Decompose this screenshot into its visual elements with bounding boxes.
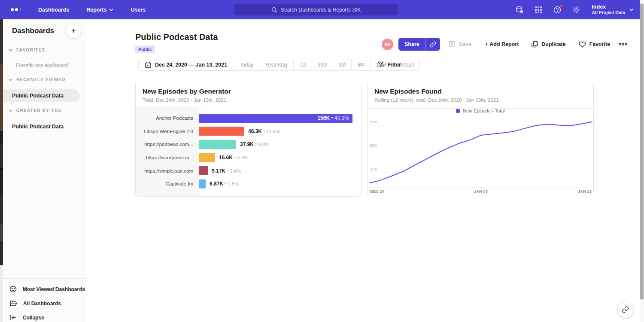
- bar-row: https://wordpress.or...16.6K•4.3%: [136, 151, 361, 164]
- line-series-new-episode-total[interactable]: [370, 122, 592, 183]
- filter-button[interactable]: Filter: [378, 59, 401, 71]
- add-dashboard-button[interactable]: +: [66, 24, 81, 38]
- line-chart[interactable]: 30K 20K 10K DEC 24 JAN 03 JAN 13: [368, 115, 594, 196]
- public-badge: Public: [135, 46, 155, 53]
- nav-item-reports[interactable]: Reports: [86, 7, 113, 13]
- report-subtitle: Rolling (12 hours), total, Dec 24th, 202…: [374, 97, 586, 103]
- date-range-picker[interactable]: Dec 24, 2020 — Jan 13, 2021: [139, 59, 234, 70]
- most-viewed-dashboards-button[interactable]: Most Viewed Dashboards: [3, 282, 86, 296]
- bar-value-label: 6.87K•1.8%: [210, 181, 239, 187]
- preset-6m[interactable]: 6M: [352, 59, 371, 70]
- bar-value-label: 37.9K•9.8%: [240, 141, 269, 147]
- share-link-button[interactable]: [425, 38, 440, 51]
- legend-label: New Episode - Total: [463, 108, 505, 113]
- sidebar: Dashboards + FAVORITES Favorite any dash…: [3, 19, 86, 322]
- help-icon[interactable]: [553, 6, 562, 14]
- bar-segment[interactable]: [199, 127, 244, 136]
- heart-icon: [579, 41, 586, 48]
- app-root: Dashboards Reports Users Search Dashboar…: [0, 0, 644, 322]
- brand-logo-icon[interactable]: [11, 8, 21, 11]
- link-icon: [430, 41, 436, 48]
- y-tick-10k: 10K: [370, 167, 378, 171]
- dashboard-actions: RH Share Save + Add Report Duplicate Fav…: [382, 38, 627, 51]
- duplicate-button[interactable]: Duplicate: [532, 41, 565, 48]
- favorites-empty-text: Favorite any dashboard: [16, 62, 68, 67]
- floating-link-button[interactable]: [617, 302, 633, 318]
- collapse-icon: [9, 315, 17, 321]
- chevron-down-icon: [9, 79, 12, 81]
- x-tick-dec24: DEC 24: [370, 189, 385, 194]
- bar-segment[interactable]: [199, 179, 206, 188]
- sidebar-footer: Most Viewed Dashboards All Dashboards Co…: [3, 278, 86, 322]
- save-button[interactable]: Save: [449, 41, 471, 48]
- sidebar-section-favorites[interactable]: FAVORITES: [9, 48, 46, 52]
- preset-today[interactable]: Today: [234, 59, 259, 70]
- calendar-icon: [145, 62, 151, 68]
- bar-segment[interactable]: 156K • 40.3%: [199, 114, 352, 123]
- link-icon: [622, 306, 629, 313]
- report-card-new-episodes-by-generator: New Episodes by Generator Total, Dec 24t…: [135, 81, 361, 197]
- notification-badge: [559, 4, 563, 8]
- smiley-icon: [9, 286, 17, 293]
- preset-7d[interactable]: 7D: [294, 59, 312, 70]
- nav-item-dashboards[interactable]: Dashboards: [38, 7, 69, 13]
- report-title[interactable]: New Episodes Found: [374, 88, 586, 95]
- avatar[interactable]: RH: [382, 39, 393, 50]
- page-scrollbar[interactable]: [640, 0, 644, 322]
- bar-segment[interactable]: [199, 153, 215, 162]
- preset-yesterday[interactable]: Yesterday: [259, 59, 294, 70]
- chevron-down-icon: [9, 109, 12, 112]
- bar-row: https://simplecast.com9.17K•2.4%: [136, 164, 361, 177]
- bar-segment[interactable]: [199, 166, 208, 175]
- sidebar-section-recently-viewed[interactable]: RECENTLY VIEWED: [9, 77, 66, 82]
- bar-category-label: https://podbean.com...: [136, 142, 199, 147]
- nav-item-users[interactable]: Users: [131, 7, 146, 13]
- nav-right-cluster: Index All Project Data: [515, 0, 634, 19]
- collapse-sidebar-button[interactable]: Collapse: [3, 310, 86, 322]
- all-dashboards-button[interactable]: All Dashboards: [3, 296, 86, 310]
- report-card-new-episodes-found: New Episodes Found Rolling (12 hours), t…: [367, 81, 594, 195]
- settings-gear-icon[interactable]: [572, 6, 580, 14]
- bar-category-label: Anchor Podcasts: [136, 115, 199, 121]
- chevron-down-icon: [9, 49, 12, 52]
- add-report-button[interactable]: + Add Report: [485, 41, 519, 47]
- sidebar-item-public-podcast-data-created[interactable]: Public Podcast Data: [3, 120, 64, 133]
- main-content: Public Podcast Data Public RH Share Save…: [86, 19, 640, 322]
- share-split-button: Share: [398, 38, 440, 51]
- share-button[interactable]: Share: [398, 38, 425, 51]
- report-title[interactable]: New Episodes by Generator: [143, 88, 354, 95]
- chevron-down-icon: [629, 8, 634, 11]
- page-title: Public Podcast Data: [135, 32, 218, 42]
- bar-value-label: 16.6K•4.3%: [219, 155, 248, 161]
- search-input[interactable]: Search Dashboards & Reports ⌘K: [234, 4, 398, 15]
- folder-icon: [9, 300, 17, 307]
- bar-value-label: 9.17K•2.4%: [212, 168, 241, 174]
- duplicate-icon: [532, 41, 538, 48]
- project-name: Index: [592, 4, 625, 10]
- sidebar-item-public-podcast-data[interactable]: Public Podcast Data: [3, 89, 80, 102]
- bar-row: Captivate.fm6.87K•1.8%: [136, 177, 361, 191]
- data-sources-icon[interactable]: [515, 6, 524, 14]
- project-switcher[interactable]: Index All Project Data: [592, 4, 634, 15]
- bar-row: https://podbean.com...37.9K•9.8%: [136, 138, 361, 151]
- sidebar-section-created-by-you[interactable]: CREATED BY YOU: [9, 108, 62, 113]
- preset-30d[interactable]: 30D: [312, 59, 333, 70]
- bar-chart-rows: Anchor Podcasts156K • 40.3%Libsyn WebEng…: [136, 112, 361, 191]
- x-tick-jan13: JAN 13: [578, 189, 592, 194]
- scrollbar-thumb[interactable]: [640, 3, 644, 300]
- save-icon: [449, 41, 456, 48]
- bar-row: Libsyn WebEngine 2.046.3K•11.9%: [136, 125, 361, 138]
- preset-3m[interactable]: 3M: [333, 59, 352, 70]
- search-icon: [271, 7, 277, 13]
- filter-funnel-icon: [378, 61, 384, 68]
- legend-swatch: [456, 109, 460, 113]
- sidebar-title: Dashboards: [12, 27, 54, 35]
- more-options-button[interactable]: [619, 43, 627, 46]
- bar-category-label: Libsyn WebEngine 2.0: [136, 129, 199, 134]
- favorite-button[interactable]: Favorite: [579, 41, 611, 48]
- bar-segment[interactable]: [199, 140, 236, 149]
- project-subtitle: All Project Data: [592, 10, 625, 15]
- y-tick-20k: 20K: [370, 143, 378, 148]
- chart-legend: New Episode - Total: [368, 108, 593, 113]
- apps-grid-icon[interactable]: [534, 6, 543, 14]
